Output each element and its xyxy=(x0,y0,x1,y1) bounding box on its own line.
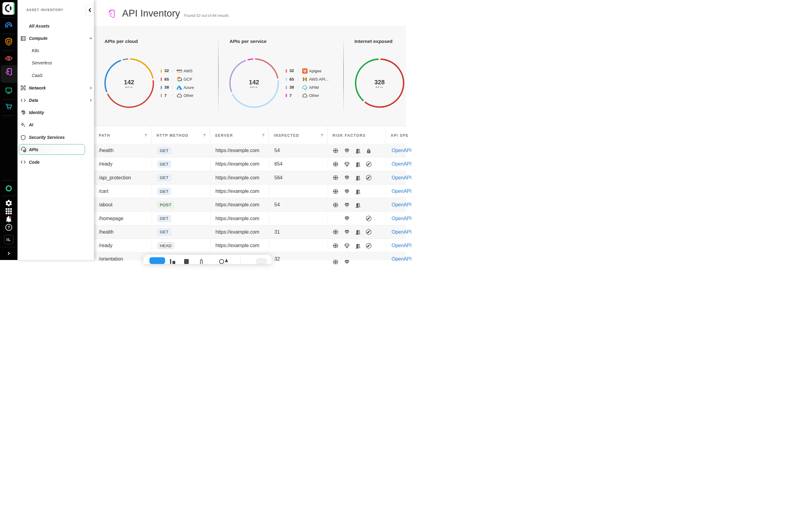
svg-text:?: ? xyxy=(7,225,10,230)
svg-text:aws: aws xyxy=(176,68,182,72)
